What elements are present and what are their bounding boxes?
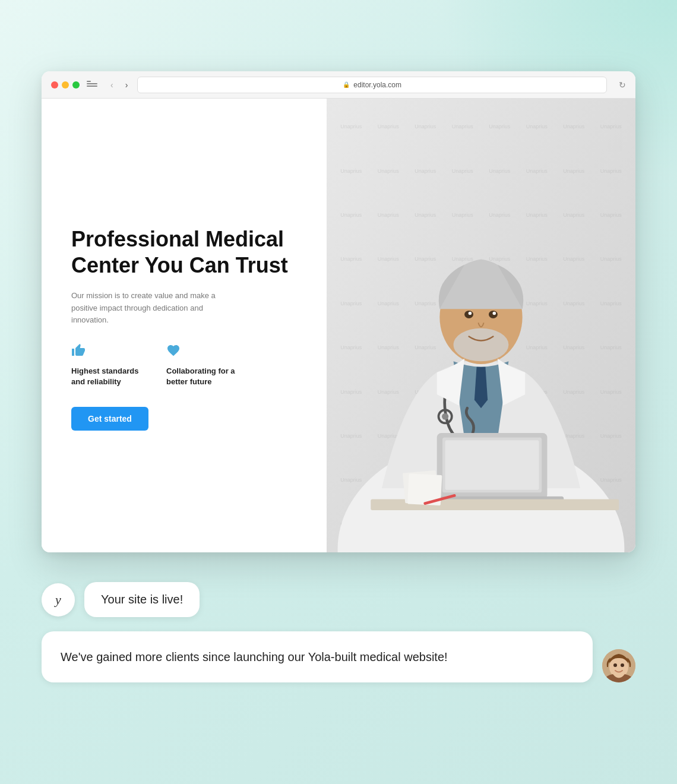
minimize-button[interactable] — [62, 81, 69, 88]
testimonial-text: We've gained more clients since launchin… — [61, 650, 448, 663]
traffic-lights — [51, 81, 80, 88]
hero-text-panel: Professional Medical Center You Can Trus… — [42, 99, 327, 552]
svg-point-6 — [493, 312, 496, 315]
reload-button[interactable]: ↻ — [619, 80, 626, 90]
site-live-chat: y Your site is live! — [42, 582, 635, 617]
testimonial-chat: We've gained more clients since launchin… — [42, 631, 635, 682]
svg-point-20 — [621, 663, 624, 667]
yola-avatar: y — [42, 583, 75, 617]
user-avatar — [602, 649, 635, 682]
svg-rect-11 — [445, 440, 539, 490]
lock-icon: 🔒 — [343, 81, 350, 88]
chat-section: y Your site is live! We've gained more c… — [0, 558, 677, 784]
forward-button[interactable]: › — [123, 79, 131, 91]
feature-2-label: Collaborating for a better future — [166, 366, 243, 387]
hero-title: Professional Medical Center You Can Trus… — [71, 226, 297, 277]
feature-1: Highest standards and reliability — [71, 343, 148, 387]
thumbs-up-icon — [71, 343, 148, 361]
sidebar-toggle-icon[interactable] — [87, 81, 97, 89]
back-button[interactable]: ‹ — [108, 79, 116, 91]
yola-letter: y — [55, 592, 61, 608]
features-row: Highest standards and reliability Collab… — [71, 343, 297, 387]
heart-icon — [166, 343, 243, 361]
url-text: editor.yola.com — [353, 81, 401, 89]
svg-point-8 — [442, 413, 448, 420]
testimonial-bubble: We've gained more clients since launchin… — [42, 631, 593, 682]
browser-chrome: ‹ › 🔒 editor.yola.com ↻ — [42, 71, 635, 99]
user-avatar-svg — [602, 649, 635, 682]
feature-1-label: Highest standards and reliability — [71, 366, 148, 387]
svg-point-2 — [454, 328, 509, 362]
browser-window: ‹ › 🔒 editor.yola.com ↻ Professional Med… — [42, 71, 635, 552]
site-live-bubble: Your site is live! — [84, 582, 200, 617]
feature-2: Collaborating for a better future — [166, 343, 243, 387]
svg-point-5 — [469, 312, 472, 315]
browser-content: Professional Medical Center You Can Trus… — [42, 99, 635, 552]
maximize-button[interactable] — [72, 81, 80, 88]
doctor-illustration — [327, 99, 635, 552]
address-bar[interactable]: 🔒 editor.yola.com — [137, 77, 607, 93]
site-live-text: Your site is live! — [101, 593, 183, 606]
svg-point-19 — [613, 663, 617, 667]
hero-subtitle: Our mission is to create value and make … — [71, 290, 238, 327]
close-button[interactable] — [51, 81, 58, 88]
get-started-button[interactable]: Get started — [71, 407, 148, 431]
hero-image-panel: UnapriusUnapriusUnapriusUnaprius Unapriu… — [327, 99, 635, 552]
